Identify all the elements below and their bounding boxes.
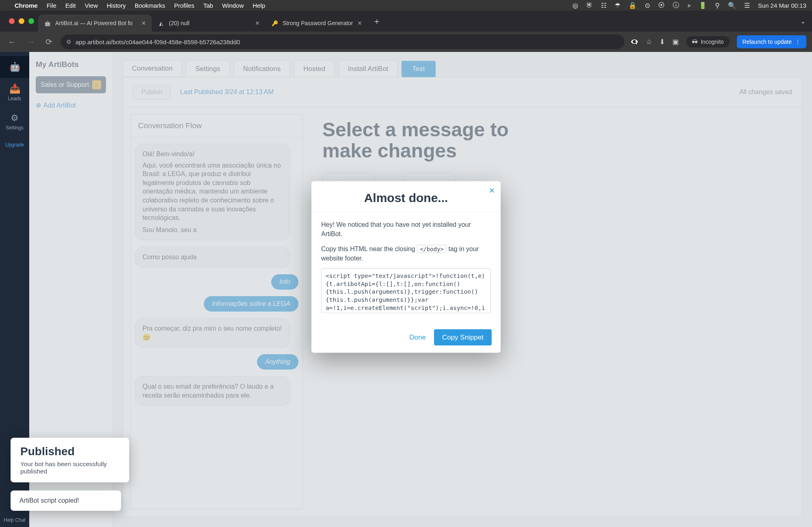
rail-label: Help Chat <box>4 517 25 523</box>
favicon-icon: ◭ <box>158 19 165 27</box>
tray-icon[interactable]: ⛨ <box>586 2 593 9</box>
rail-bots[interactable]: 🤖 <box>0 56 29 78</box>
address-bar[interactable]: ⚙ app.artibot.ai/bots/c04ae044-f09d-458e… <box>60 34 624 49</box>
rail-leads[interactable]: 📥 Leads <box>0 78 29 107</box>
close-tab-icon[interactable]: ✕ <box>255 20 260 26</box>
wifi-icon[interactable]: ⚲ <box>715 2 720 9</box>
new-tab-button[interactable]: ＋ <box>368 13 386 30</box>
window-controls <box>5 18 38 24</box>
modal-title: Almost done... <box>322 191 490 204</box>
tabs-dropdown-icon[interactable]: ⌄ <box>794 17 812 25</box>
toolbar: ← → ⟳ ⚙ app.artibot.ai/bots/c04ae044-f09… <box>0 32 812 52</box>
close-icon[interactable]: ✕ <box>489 186 495 195</box>
menu-file[interactable]: File <box>47 2 56 9</box>
favicon-icon: 🔑 <box>271 19 279 27</box>
menu-window[interactable]: Window <box>222 2 244 9</box>
more-icon: ⋮ <box>795 39 801 45</box>
bot-icon: 🤖 <box>9 62 20 72</box>
menu-history[interactable]: History <box>107 2 126 9</box>
back-button[interactable]: ← <box>6 36 19 48</box>
toast-title: Published <box>20 445 119 458</box>
site-info-icon[interactable]: ⚙ <box>66 39 71 45</box>
menu-profiles[interactable]: Profiles <box>174 2 194 9</box>
rail-upgrade[interactable]: Upgrade <box>0 136 29 153</box>
tray-icon[interactable]: ☷ <box>601 2 607 9</box>
rail-help-chat[interactable]: Help Chat <box>4 513 25 527</box>
bluetooth-icon[interactable]: ᚛ <box>687 2 691 9</box>
rail-settings[interactable]: ⚙ Settings <box>0 107 29 136</box>
copy-snippet-button[interactable]: Copy Snippet <box>434 329 492 346</box>
menu-view[interactable]: View <box>85 2 98 9</box>
rail-label: Upgrade <box>5 142 24 148</box>
toast-copied: ArtiBot script copied! <box>11 490 121 511</box>
close-tab-icon[interactable]: ✕ <box>357 20 362 26</box>
menu-tab[interactable]: Tab <box>203 2 213 9</box>
tab-title: Strong Password Generator <box>283 20 353 26</box>
rail-label: Settings <box>6 125 23 131</box>
relaunch-button[interactable]: Relaunch to update ⋮ <box>737 35 806 48</box>
forward-button[interactable]: → <box>24 36 37 48</box>
menubar-app[interactable]: Chrome <box>15 2 38 9</box>
inbox-icon: 📥 <box>9 84 20 94</box>
search-icon[interactable]: 🔍 <box>728 2 736 9</box>
browser-tab-password[interactable]: 🔑 Strong Password Generator ✕ <box>266 15 368 32</box>
tray-icon[interactable]: ◎ <box>572 2 578 9</box>
modal-actions: Done Copy Snippet <box>311 324 501 353</box>
body-tag-code: </body> <box>417 245 447 253</box>
url-text: app.artibot.ai/bots/c04ae044-f09d-458e-8… <box>76 39 240 45</box>
install-modal: ✕ Almost done... Hey! We noticed that yo… <box>311 181 501 353</box>
menu-help[interactable]: Help <box>253 2 265 9</box>
relaunch-label: Relaunch to update <box>743 39 792 45</box>
toast-body: Your bot has been successfully published <box>20 460 119 475</box>
panel-icon[interactable]: ▣ <box>672 38 679 46</box>
tab-title: (20) null <box>169 20 251 26</box>
tray-icon[interactable]: ⦿ <box>658 2 665 9</box>
battery-icon[interactable]: 🔋 <box>699 2 707 9</box>
menubar-right: ◎ ⛨ ☷ ☂ 🔒 ⊙ ⦿ ⓘ ᚛ 🔋 ⚲ 🔍 ☰ Sun 24 Mar 00:… <box>572 1 806 10</box>
modal-header: ✕ Almost done... <box>311 181 501 212</box>
tray-icon[interactable]: ⊙ <box>645 2 650 9</box>
gear-icon: ⚙ <box>11 113 19 123</box>
done-button[interactable]: Done <box>409 333 426 342</box>
rail-label: Leads <box>8 96 22 101</box>
bookmark-icon[interactable]: ☆ <box>646 38 652 46</box>
incognito-label: Incognito <box>701 39 724 45</box>
tab-strip: 🤖 ArtiBot.ai — AI Powered Bot fo ✕ ◭ (20… <box>0 11 812 32</box>
modal-text: Hey! We noticed that you have not yet in… <box>321 219 491 238</box>
reload-button[interactable]: ⟳ <box>43 35 55 48</box>
toolbar-right: 👁‍🗨 ☆ ⬇ ▣ 🕶 Incognito Relaunch to update… <box>630 35 806 48</box>
browser-tab-artibot[interactable]: 🤖 ArtiBot.ai — AI Powered Bot fo ✕ <box>38 15 152 32</box>
close-tab-icon[interactable]: ✕ <box>141 20 146 26</box>
tray-icon[interactable]: 🔒 <box>628 2 637 9</box>
menu-bookmarks[interactable]: Bookmarks <box>135 2 165 9</box>
toast-published: Published Your bot has been successfully… <box>11 438 129 482</box>
modal-body: Hey! We noticed that you have not yet in… <box>311 212 501 324</box>
close-window-icon[interactable] <box>9 18 15 24</box>
download-icon[interactable]: ⬇ <box>659 38 665 46</box>
menubar-clock[interactable]: Sun 24 Mar 00:13 <box>758 2 806 9</box>
toast-body: ArtiBot script copied! <box>19 497 79 504</box>
control-center-icon[interactable]: ☰ <box>744 2 750 9</box>
tray-icon[interactable]: ⓘ <box>673 1 679 10</box>
menubar-left: Chrome File Edit View History Bookmarks … <box>6 2 265 9</box>
browser-tab-null[interactable]: ◭ (20) null ✕ <box>152 15 266 32</box>
tab-title: ArtiBot.ai — AI Powered Bot fo <box>55 20 137 26</box>
favicon-icon: 🤖 <box>44 19 51 27</box>
tray-icon[interactable]: ☂ <box>615 2 620 9</box>
snippet-textarea[interactable] <box>321 269 491 313</box>
minimize-window-icon[interactable] <box>19 18 24 24</box>
incognito-indicator[interactable]: 🕶 Incognito <box>686 36 730 47</box>
zoom-window-icon[interactable] <box>28 18 34 24</box>
modal-text: Copy this HTML near the closing </body> … <box>321 244 491 262</box>
eye-off-icon[interactable]: 👁‍🗨 <box>630 38 639 46</box>
incognito-icon: 🕶 <box>692 39 698 45</box>
menu-edit[interactable]: Edit <box>65 2 76 9</box>
macos-menubar: Chrome File Edit View History Bookmarks … <box>0 0 812 11</box>
